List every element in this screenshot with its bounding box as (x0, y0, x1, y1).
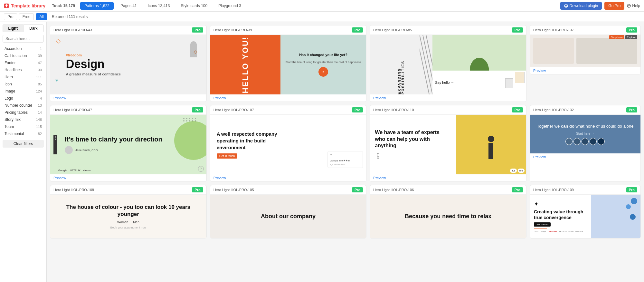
card-preview-area: The house of colour - you too can look 1… (50, 195, 206, 238)
play-icon (322, 70, 325, 73)
stripe-decoration (420, 35, 432, 94)
card-header: Hero Light HOL-PRO-107 Pro (210, 105, 366, 115)
cta-btn-2: Explore (625, 35, 637, 39)
sidebar-item-pricingtables[interactable]: Pricing tables 14 (3, 109, 44, 116)
search-input[interactable] (3, 35, 44, 43)
play-button[interactable] (318, 67, 328, 77)
card-preview-area: We have a team of experts who can help y… (370, 115, 526, 174)
logo-vimeo2: vimeo (568, 230, 573, 232)
card-header: Hero Light HOL-PRO-109 Pro (530, 185, 640, 195)
main-layout: Light Dark Accordion 1 Call to action 39… (0, 22, 644, 282)
results-text: Returned 111 results (52, 15, 88, 19)
sidebar-item-numbercounter[interactable]: Number counter 13 (3, 102, 44, 109)
gender-links: Women Men (117, 220, 139, 224)
start-here-link[interactable]: Start here → (576, 132, 594, 135)
gopro-button[interactable]: Go Pro (604, 2, 624, 10)
sidebar-item-label: Call to action (5, 53, 27, 58)
furniture-layout: Shop Now Explore (530, 35, 640, 67)
experts-right: 3.8 8.0 (456, 115, 526, 174)
filter-all[interactable]: All (36, 13, 47, 20)
company-text: A well respected company operating in th… (217, 131, 296, 151)
cta-btn-1: Shop Now (609, 35, 624, 39)
sidebar-item-label: Testimonial (5, 131, 24, 136)
preview-link[interactable]: Preview (50, 174, 206, 181)
pro-badge: Pro (512, 107, 523, 112)
light-theme-button[interactable]: Light (3, 24, 23, 32)
hello-question: Has it changed your life yet? (299, 53, 347, 57)
preview-link[interactable]: Preview (530, 67, 640, 74)
person-head (488, 136, 494, 142)
help-button[interactable]: Help (627, 4, 640, 8)
tab-icons[interactable]: Icons 13,413 (144, 2, 174, 10)
sidebar-item-image[interactable]: Image 124 (3, 88, 44, 95)
men-link[interactable]: Men (133, 220, 139, 224)
preview-link[interactable]: Preview (370, 94, 526, 102)
sidebar-item-count: 124 (36, 89, 42, 93)
value-right (591, 195, 640, 238)
sidebar-item-label: Accordion (5, 46, 22, 51)
question-mark: ? (198, 166, 204, 172)
sidebar-item-count: 13 (38, 103, 42, 107)
preview-link[interactable]: Preview (530, 153, 640, 160)
avatar (65, 146, 73, 154)
clear-filters-button[interactable]: Clear filters (3, 140, 44, 148)
dot-pattern (183, 118, 197, 122)
sidebar-item-logo[interactable]: Logo 4 (3, 95, 44, 102)
sidebar-item-storymix[interactable]: Story mix 146 (3, 116, 44, 123)
design-text-area: #freedom Design A greater measure of con… (66, 53, 191, 76)
download-plugin-button[interactable]: Download plugin (560, 2, 602, 10)
pro-badge: Pro (352, 27, 363, 33)
sidebar-item-count: 4 (40, 96, 42, 100)
expand-right: Say hello → (432, 35, 526, 94)
sidebar-item-count: 82 (38, 132, 42, 136)
sidebar-item-accordion[interactable]: Accordion 1 (3, 45, 44, 52)
team-photo-2 (573, 138, 581, 145)
sidebar-item-label: Story mix (5, 117, 21, 122)
sidebar-item-headlines[interactable]: Headlines 30 (3, 66, 44, 73)
design-main-text: Design (66, 58, 191, 70)
blue-ball-3 (630, 214, 636, 220)
card-hol-105: Hero Light HOL-PRO-105 Pro About our com… (210, 185, 367, 238)
preview-link[interactable]: Preview (210, 174, 366, 181)
person-name: Jane Smith, CEO (75, 149, 98, 152)
preview-link[interactable]: Preview (370, 174, 526, 181)
subnav: Pro Free All Returned 111 results (0, 12, 644, 22)
svg-rect-9 (377, 153, 379, 156)
card-header: Hero Light HOL-PRO-39 Pro (210, 25, 366, 35)
card-hol-132: Hero Light HOL-PRO-132 Pro Together we c… (530, 105, 641, 182)
card-title: Hero Light HOL-PRO-107 (213, 108, 254, 112)
sidebar-item-icon[interactable]: Icon 85 (3, 81, 44, 88)
filter-pro[interactable]: Pro (4, 13, 17, 20)
sidebar-item-footer[interactable]: Footer 47 (3, 59, 44, 66)
tab-stylecards[interactable]: Style cards 100 (176, 2, 212, 10)
tab-patterns[interactable]: Patterns 1,622 (80, 2, 114, 10)
card-header: Hero Light HOL-PRO-132 Pro (530, 105, 640, 115)
review-text: Google ★★★★★ (330, 159, 361, 162)
sidebar-item-count: 47 (38, 61, 42, 65)
star-icon: ✦ (534, 200, 587, 208)
dark-theme-button[interactable]: Dark (23, 24, 44, 32)
card-preview-area: It's time to clarify your direction Jane… (50, 115, 206, 174)
tab-pages[interactable]: Pages 41 (116, 2, 141, 10)
logo-netflix: NETFLIX (70, 169, 80, 172)
preview-link[interactable]: Preview (50, 94, 206, 102)
card-preview-area: #freedom Design A greater measure of con… (50, 35, 206, 94)
tab-playground[interactable]: Playground 3 (214, 2, 245, 10)
sidebar-item-team[interactable]: Team 115 (3, 123, 44, 130)
brand-logos-row: cisco Google Coca·Cola NETFLIX vimeo Mic… (534, 230, 587, 232)
sidebar-item-hero[interactable]: Hero 111 (3, 73, 44, 81)
card-header: Hero Light HOL-PRO-85 Pro (370, 25, 526, 35)
card-preview-area: A well respected company operating in th… (210, 115, 366, 174)
preview-link[interactable]: Preview (210, 94, 366, 102)
topbar-right: Download plugin Go Pro Help (560, 2, 640, 10)
wordpress-icon (564, 4, 568, 8)
women-link[interactable]: Women (117, 220, 128, 224)
logo-cocacola: Coca·Cola (548, 230, 557, 232)
card-header: Hero Light HOL-PRO-108 Pro (50, 185, 206, 195)
sidebar-item-count: 14 (38, 111, 42, 114)
sidebar-item-calltoaction[interactable]: Call to action 39 (3, 52, 44, 59)
sidebar-item-testimonial[interactable]: Testimonial 82 (3, 130, 44, 137)
filter-free[interactable]: Free (19, 13, 34, 20)
get-started-btn: Get started (534, 222, 551, 227)
cards-grid: Hero Light HOL-PRO-43 Pro #freedom Desig… (47, 22, 644, 282)
